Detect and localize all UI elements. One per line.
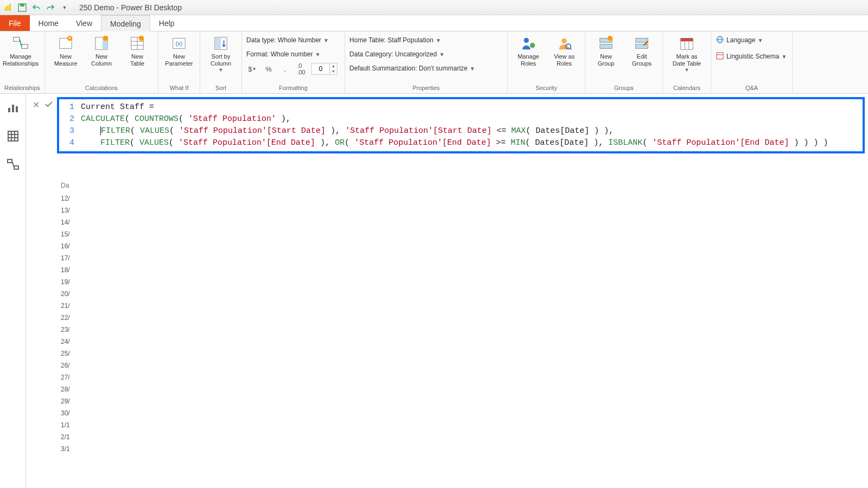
new-group-icon <box>597 35 615 52</box>
bg-date-fragment: 17/ <box>59 253 72 265</box>
parameter-icon: (x) <box>170 35 188 52</box>
data-view-button[interactable] <box>5 129 21 144</box>
view-as-roles-button[interactable]: View as Roles <box>548 34 580 67</box>
new-table-button[interactable]: New Table <box>121 34 154 67</box>
table-icon <box>129 35 146 52</box>
svg-rect-2 <box>9 4 11 11</box>
bg-date-fragment: 29/ <box>59 396 72 408</box>
data-category-dropdown[interactable]: Data Category: Uncategorized▼ <box>349 48 444 61</box>
undo-icon[interactable] <box>31 3 41 12</box>
view-roles-icon <box>556 35 573 52</box>
home-table-dropdown[interactable]: Home Table: Staff Population▼ <box>349 34 441 47</box>
comma-button[interactable]: , <box>279 63 291 75</box>
svg-rect-29 <box>600 44 612 49</box>
relationships-icon <box>12 35 29 52</box>
sort-icon <box>212 35 229 52</box>
default-summarization-dropdown[interactable]: Default Summarization: Don't summarize▼ <box>349 62 475 75</box>
decimals-spinner[interactable]: ▲▼ <box>311 63 337 75</box>
bg-date-fragment: 23/ <box>59 325 72 337</box>
new-measure-button[interactable]: ✶ New Measure <box>49 34 82 67</box>
measure-icon: ✶ <box>57 35 74 52</box>
formula-editor[interactable]: 1Current Staff = 2CALCULATE( COUNTROWS( … <box>57 97 865 153</box>
svg-rect-50 <box>8 159 12 163</box>
title-bar: ▼ 250 Demo - Power BI Desktop <box>0 0 868 15</box>
group-qa: Language▼ Linguistic Schema▼ Q&A <box>711 31 793 93</box>
svg-point-25 <box>561 38 566 43</box>
app-icon <box>3 3 13 12</box>
background-date-rows: Da <box>59 181 71 192</box>
globe-icon <box>716 35 724 46</box>
manage-roles-button[interactable]: Manage Roles <box>512 34 545 67</box>
svg-rect-43 <box>12 105 14 112</box>
new-group-button[interactable]: New Group <box>590 34 622 67</box>
currency-button[interactable]: $▼ <box>246 63 258 75</box>
menu-help[interactable]: Help <box>150 15 183 31</box>
spinner-down-icon[interactable]: ▼ <box>330 69 337 74</box>
group-relationships: Manage Relationships Relationships <box>0 31 45 93</box>
bg-date-fragment: 30/ <box>59 408 72 420</box>
menu-view[interactable]: View <box>67 15 101 31</box>
percent-button[interactable]: % <box>263 63 275 75</box>
manage-relationships-button[interactable]: Manage Relationships <box>4 34 37 67</box>
bg-date-fragment: 12/ <box>59 194 72 206</box>
new-column-button[interactable]: New Column <box>85 34 118 67</box>
svg-point-30 <box>608 36 612 41</box>
mark-as-date-table-button[interactable]: Mark as Date Table ▼ <box>667 34 706 73</box>
bg-date-fragment: 16/ <box>59 241 72 253</box>
bg-date-fragment: 14/ <box>59 217 72 229</box>
group-calendars: Mark as Date Table ▼ Calendars <box>663 31 711 93</box>
model-view-button[interactable] <box>5 157 21 172</box>
group-groups: New Group Edit Groups Groups <box>585 31 663 93</box>
sort-by-column-button[interactable]: Sort by Column ▼ <box>205 34 237 73</box>
svg-rect-45 <box>8 131 18 141</box>
commit-formula-icon[interactable] <box>44 99 54 111</box>
main-area: Date 1/0 ✕ 1Current Staff = 2CALCULATE( … <box>26 94 868 488</box>
svg-point-23 <box>524 38 529 43</box>
bg-date-fragment: 24/ <box>59 337 72 349</box>
language-dropdown[interactable]: Language▼ <box>716 34 763 47</box>
svg-line-7 <box>20 40 22 47</box>
linguistic-schema-dropdown[interactable]: Linguistic Schema▼ <box>716 50 787 63</box>
save-icon[interactable] <box>17 3 27 12</box>
quick-access-toolbar: ▼ <box>3 3 69 12</box>
redo-icon[interactable] <box>46 3 55 12</box>
bg-date-fragment: 20/ <box>59 289 72 301</box>
bg-date-fragment: 28/ <box>59 384 72 396</box>
edit-groups-button[interactable]: Edit Groups <box>626 34 658 67</box>
formula-bar: ✕ 1Current Staff = 2CALCULATE( COUNTROWS… <box>29 97 865 153</box>
decimal-icon: .0.00 <box>295 63 307 75</box>
svg-point-18 <box>139 36 144 41</box>
spinner-up-icon[interactable]: ▲ <box>330 63 337 69</box>
bg-date-fragment: 1/1 <box>59 420 72 432</box>
svg-rect-44 <box>16 106 18 112</box>
decimals-input[interactable] <box>312 65 329 73</box>
menu-home[interactable]: Home <box>30 15 67 31</box>
group-formatting: Data type: Whole Number▼ Format: Whole n… <box>242 31 345 93</box>
svg-rect-22 <box>215 37 221 50</box>
bg-date-fragment: 3/1 <box>59 444 72 456</box>
roles-icon <box>520 35 537 52</box>
svg-rect-51 <box>14 166 18 169</box>
svg-text:✶: ✶ <box>68 36 72 41</box>
bg-date-fragment: 22/ <box>59 313 72 325</box>
svg-point-13 <box>103 36 108 41</box>
menu-file[interactable]: File <box>0 15 30 31</box>
column-icon <box>93 35 110 52</box>
qat-dropdown-icon[interactable]: ▼ <box>60 3 69 12</box>
report-view-button[interactable] <box>5 100 21 115</box>
svg-rect-32 <box>636 44 648 49</box>
bg-date-fragment: 27/ <box>59 373 72 384</box>
new-parameter-button[interactable]: (x) New Parameter <box>163 34 195 67</box>
ribbon: Manage Relationships Relationships ✶ New… <box>0 31 868 94</box>
menu-modeling[interactable]: Modeling <box>101 15 150 31</box>
view-rail <box>0 94 26 488</box>
cancel-formula-icon[interactable]: ✕ <box>33 100 40 110</box>
data-type-dropdown[interactable]: Data type: Whole Number▼ <box>246 34 329 47</box>
svg-text:(x): (x) <box>175 40 182 47</box>
schema-icon <box>716 52 724 62</box>
svg-rect-40 <box>717 53 723 59</box>
svg-rect-34 <box>681 38 693 42</box>
format-dropdown[interactable]: Format: Whole number▼ <box>246 48 321 61</box>
bg-date-fragment: 21/ <box>59 301 72 313</box>
svg-point-24 <box>530 43 535 48</box>
